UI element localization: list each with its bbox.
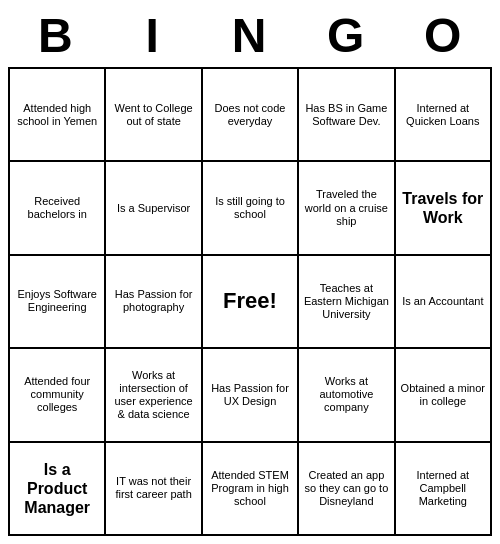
- cell-5: Received bachelors in: [10, 162, 106, 255]
- cell-19: Obtained a minor in college: [396, 349, 492, 442]
- title-n: N: [202, 8, 299, 63]
- cell-14: Is an Accountant: [396, 256, 492, 349]
- cell-22: Attended STEM Program in high school: [203, 443, 299, 536]
- bingo-grid: Attended high school in YemenWent to Col…: [8, 67, 492, 536]
- cell-3: Has BS in Game Software Dev.: [299, 69, 395, 162]
- cell-2: Does not code everyday: [203, 69, 299, 162]
- cell-9: Travels for Work: [396, 162, 492, 255]
- cell-12: Free!: [203, 256, 299, 349]
- cell-16: Works at intersection of user experience…: [106, 349, 202, 442]
- cell-21: IT was not their first career path: [106, 443, 202, 536]
- cell-15: Attended four community colleges: [10, 349, 106, 442]
- title-g: G: [298, 8, 395, 63]
- cell-8: Traveled the world on a cruise ship: [299, 162, 395, 255]
- cell-23: Created an app so they can go to Disneyl…: [299, 443, 395, 536]
- cell-7: Is still going to school: [203, 162, 299, 255]
- cell-20: Is a Product Manager: [10, 443, 106, 536]
- cell-17: Has Passion for UX Design: [203, 349, 299, 442]
- cell-1: Went to College out of state: [106, 69, 202, 162]
- cell-4: Interned at Quicken Loans: [396, 69, 492, 162]
- bingo-title: B I N G O: [8, 8, 492, 63]
- cell-24: Interned at Campbell Marketing: [396, 443, 492, 536]
- title-b: B: [8, 8, 105, 63]
- cell-10: Enjoys Software Engineering: [10, 256, 106, 349]
- cell-13: Teaches at Eastern Michigan University: [299, 256, 395, 349]
- cell-11: Has Passion for photography: [106, 256, 202, 349]
- title-i: I: [105, 8, 202, 63]
- cell-0: Attended high school in Yemen: [10, 69, 106, 162]
- title-o: O: [395, 8, 492, 63]
- cell-18: Works at automotive company: [299, 349, 395, 442]
- cell-6: Is a Supervisor: [106, 162, 202, 255]
